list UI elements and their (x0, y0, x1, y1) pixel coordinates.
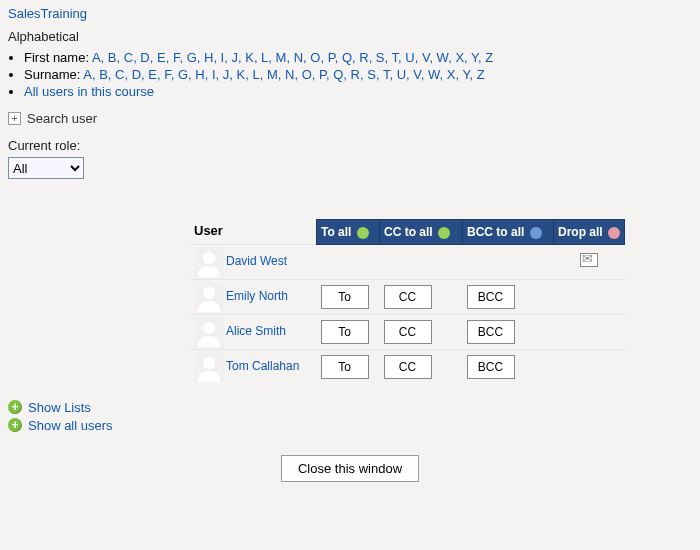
firstname-letter[interactable]: D (140, 50, 149, 65)
firstname-letter[interactable]: Q (342, 50, 352, 65)
bcc-button[interactable]: BCC (467, 355, 515, 379)
surname-letter[interactable]: W (428, 67, 440, 82)
surname-letter[interactable]: E (148, 67, 157, 82)
firstname-letter[interactable]: U (405, 50, 414, 65)
avatar (194, 247, 224, 277)
expand-icon[interactable]: + (8, 112, 21, 125)
cc-button[interactable]: CC (384, 320, 432, 344)
firstname-letter[interactable]: Z (485, 50, 493, 65)
bcc-button[interactable]: BCC (467, 320, 515, 344)
surname-letter[interactable]: Q (333, 67, 343, 82)
surname-letter[interactable]: G (178, 67, 188, 82)
plus-icon: + (8, 418, 22, 432)
surname-letter[interactable]: O (302, 67, 312, 82)
bcc-button[interactable]: BCC (467, 285, 515, 309)
search-user-toggle[interactable]: Search user (27, 111, 97, 126)
user-name-link[interactable]: Alice Smith (226, 324, 286, 338)
user-name-link[interactable]: David West (226, 254, 287, 268)
cc-button[interactable]: CC (384, 285, 432, 309)
avatar (194, 352, 224, 382)
plus-icon: + (8, 400, 22, 414)
mail-icon[interactable] (580, 253, 598, 267)
breadcrumb[interactable]: SalesTraining (8, 6, 87, 21)
col-to-all[interactable]: To all (317, 220, 380, 245)
alpha-surname-row: Surname: A, B, C, D, E, F, G, H, I, J, K… (24, 67, 700, 82)
alpha-surname-label: Surname: (24, 67, 80, 82)
alpha-firstname-row: First name: A, B, C, D, E, F, G, H, I, J… (24, 50, 700, 65)
svg-point-3 (203, 287, 215, 299)
firstname-letter[interactable]: K (245, 50, 254, 65)
table-row: David West (190, 244, 625, 279)
table-row: Emily NorthToCCBCC (190, 279, 625, 314)
table-row: Alice SmithToCCBCC (190, 314, 625, 349)
all-users-link[interactable]: All users in this course (24, 84, 154, 99)
col-cc-all[interactable]: CC to all (380, 220, 463, 245)
surname-letter[interactable]: D (132, 67, 141, 82)
alpha-heading: Alphabetical (0, 23, 700, 46)
role-label: Current role: (8, 138, 692, 153)
col-drop-all[interactable]: Drop all (554, 220, 625, 245)
col-user: User (190, 220, 317, 245)
firstname-letter[interactable]: C (124, 50, 133, 65)
surname-letter[interactable]: N (285, 67, 294, 82)
firstname-letter[interactable]: E (157, 50, 166, 65)
firstname-letter[interactable]: O (310, 50, 320, 65)
show-lists-link[interactable]: Show Lists (28, 400, 91, 415)
surname-letter[interactable]: Z (477, 67, 485, 82)
svg-point-5 (203, 322, 215, 334)
surname-letter[interactable]: K (237, 67, 246, 82)
alpha-firstname-letters: A, B, C, D, E, F, G, H, I, J, K, L, M, N… (92, 50, 493, 65)
surname-letter[interactable]: A (83, 67, 92, 82)
firstname-letter[interactable]: G (187, 50, 197, 65)
firstname-letter[interactable]: P (328, 50, 335, 65)
svg-point-7 (203, 357, 215, 369)
user-table: User To all CC to all BCC to all Drop al… (190, 219, 625, 384)
surname-letter[interactable]: U (397, 67, 406, 82)
surname-letter[interactable]: M (267, 67, 278, 82)
firstname-letter[interactable]: N (294, 50, 303, 65)
surname-letter[interactable]: H (195, 67, 204, 82)
avatar (194, 317, 224, 347)
group-icon (438, 227, 450, 239)
user-name-link[interactable]: Tom Callahan (226, 359, 299, 373)
avatar (194, 282, 224, 312)
show-all-users-link[interactable]: Show all users (28, 418, 113, 433)
to-button[interactable]: To (321, 355, 369, 379)
surname-letter[interactable]: L (252, 67, 259, 82)
user-name-link[interactable]: Emily North (226, 289, 288, 303)
firstname-letter[interactable]: H (204, 50, 213, 65)
surname-letter[interactable]: V (413, 67, 420, 82)
svg-point-1 (203, 252, 215, 264)
group-icon (357, 227, 369, 239)
role-select[interactable]: All (8, 157, 84, 179)
group-icon (608, 227, 620, 239)
surname-letter[interactable]: S (367, 67, 376, 82)
to-button[interactable]: To (321, 285, 369, 309)
surname-letter[interactable]: P (319, 67, 326, 82)
firstname-letter[interactable]: S (376, 50, 385, 65)
firstname-letter[interactable]: R (359, 50, 368, 65)
firstname-letter[interactable]: A (92, 50, 101, 65)
cc-button[interactable]: CC (384, 355, 432, 379)
firstname-letter[interactable]: B (108, 50, 117, 65)
firstname-letter[interactable]: M (276, 50, 287, 65)
table-row: Tom CallahanToCCBCC (190, 349, 625, 384)
alpha-surname-letters: A, B, C, D, E, F, G, H, I, J, K, L, M, N… (83, 67, 484, 82)
close-window-button[interactable]: Close this window (281, 455, 419, 482)
group-icon (530, 227, 542, 239)
alpha-firstname-label: First name: (24, 50, 89, 65)
surname-letter[interactable]: R (351, 67, 360, 82)
firstname-letter[interactable]: X (455, 50, 464, 65)
col-bcc-all[interactable]: BCC to all (463, 220, 554, 245)
to-button[interactable]: To (321, 320, 369, 344)
surname-letter[interactable]: B (99, 67, 108, 82)
firstname-letter[interactable]: W (437, 50, 449, 65)
